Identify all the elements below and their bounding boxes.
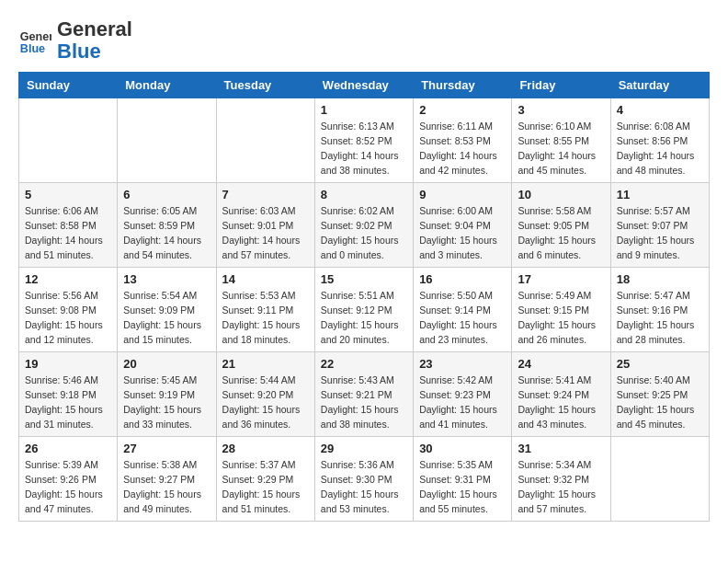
calendar-week-row: 5 Sunrise: 6:06 AM Sunset: 8:58 PM Dayli… (19, 183, 710, 268)
day-info: Sunrise: 6:06 AM Sunset: 8:58 PM Dayligh… (25, 204, 111, 262)
calendar-day-cell: 8 Sunrise: 6:02 AM Sunset: 9:02 PM Dayli… (314, 183, 413, 268)
day-info: Sunrise: 5:37 AM Sunset: 9:29 PM Dayligh… (222, 458, 309, 516)
day-info: Sunrise: 6:10 AM Sunset: 8:55 PM Dayligh… (518, 120, 604, 178)
logo: General Blue GeneralBlue (18, 18, 132, 63)
calendar-day-cell: 28 Sunrise: 5:37 AM Sunset: 9:29 PM Dayl… (216, 437, 314, 522)
calendar-table: SundayMondayTuesdayWednesdayThursdayFrid… (18, 72, 710, 522)
day-info: Sunrise: 5:58 AM Sunset: 9:05 PM Dayligh… (518, 204, 604, 262)
day-info: Sunrise: 5:46 AM Sunset: 9:18 PM Dayligh… (25, 373, 111, 431)
day-number: 27 (123, 442, 210, 455)
day-number: 3 (518, 103, 604, 117)
logo-text: GeneralBlue (57, 18, 132, 63)
day-info: Sunrise: 5:35 AM Sunset: 9:31 PM Dayligh… (419, 458, 506, 516)
page-header: General Blue GeneralBlue (18, 18, 710, 63)
calendar-header-row: SundayMondayTuesdayWednesdayThursdayFrid… (19, 73, 710, 98)
day-number: 17 (518, 272, 604, 286)
day-info: Sunrise: 5:54 AM Sunset: 9:09 PM Dayligh… (123, 289, 210, 347)
day-number: 25 (617, 357, 703, 371)
calendar-day-cell: 24 Sunrise: 5:41 AM Sunset: 9:24 PM Dayl… (512, 352, 610, 437)
calendar-day-cell: 19 Sunrise: 5:46 AM Sunset: 9:18 PM Dayl… (19, 352, 118, 437)
day-info: Sunrise: 5:42 AM Sunset: 9:23 PM Dayligh… (419, 373, 506, 431)
day-number: 11 (617, 188, 703, 201)
day-info: Sunrise: 6:08 AM Sunset: 8:56 PM Dayligh… (617, 120, 703, 178)
day-number: 15 (321, 272, 407, 286)
calendar-day-cell: 12 Sunrise: 5:56 AM Sunset: 9:08 PM Dayl… (19, 268, 118, 352)
day-number: 21 (222, 357, 309, 371)
calendar-day-cell: 16 Sunrise: 5:50 AM Sunset: 9:14 PM Dayl… (414, 268, 512, 352)
day-info: Sunrise: 5:51 AM Sunset: 9:12 PM Dayligh… (321, 289, 407, 347)
calendar-day-cell: 9 Sunrise: 6:00 AM Sunset: 9:04 PM Dayli… (414, 183, 512, 268)
calendar-week-row: 1 Sunrise: 6:13 AM Sunset: 8:52 PM Dayli… (19, 98, 710, 183)
day-number: 29 (321, 442, 407, 455)
calendar-day-cell: 6 Sunrise: 6:05 AM Sunset: 8:59 PM Dayli… (118, 183, 216, 268)
calendar-day-cell: 5 Sunrise: 6:06 AM Sunset: 8:58 PM Dayli… (19, 183, 118, 268)
day-info: Sunrise: 6:11 AM Sunset: 8:53 PM Dayligh… (419, 120, 506, 178)
day-number: 9 (419, 188, 506, 201)
calendar-day-cell: 1 Sunrise: 6:13 AM Sunset: 8:52 PM Dayli… (314, 98, 413, 183)
day-number: 18 (617, 272, 703, 286)
calendar-day-cell: 27 Sunrise: 5:38 AM Sunset: 9:27 PM Dayl… (118, 437, 216, 522)
calendar-day-cell: 15 Sunrise: 5:51 AM Sunset: 9:12 PM Dayl… (314, 268, 413, 352)
day-info: Sunrise: 5:34 AM Sunset: 9:32 PM Dayligh… (518, 458, 604, 516)
day-number: 22 (321, 357, 407, 371)
day-number: 1 (321, 103, 407, 117)
day-number: 30 (419, 442, 506, 455)
calendar-day-cell: 14 Sunrise: 5:53 AM Sunset: 9:11 PM Dayl… (216, 268, 314, 352)
weekday-header: Monday (118, 73, 216, 98)
day-info: Sunrise: 5:50 AM Sunset: 9:14 PM Dayligh… (419, 289, 506, 347)
calendar-day-cell: 11 Sunrise: 5:57 AM Sunset: 9:07 PM Dayl… (610, 183, 709, 268)
calendar-day-cell: 31 Sunrise: 5:34 AM Sunset: 9:32 PM Dayl… (512, 437, 610, 522)
day-number: 4 (617, 103, 703, 117)
weekday-header: Sunday (19, 73, 118, 98)
day-number: 23 (419, 357, 506, 371)
calendar-day-cell: 26 Sunrise: 5:39 AM Sunset: 9:26 PM Dayl… (19, 437, 118, 522)
day-info: Sunrise: 6:05 AM Sunset: 8:59 PM Dayligh… (123, 204, 210, 262)
calendar-day-cell: 20 Sunrise: 5:45 AM Sunset: 9:19 PM Dayl… (118, 352, 216, 437)
weekday-header: Wednesday (314, 73, 413, 98)
calendar-day-cell: 29 Sunrise: 5:36 AM Sunset: 9:30 PM Dayl… (314, 437, 413, 522)
day-number: 19 (25, 357, 111, 371)
calendar-day-cell: 3 Sunrise: 6:10 AM Sunset: 8:55 PM Dayli… (512, 98, 610, 183)
day-info: Sunrise: 5:49 AM Sunset: 9:15 PM Dayligh… (518, 289, 604, 347)
weekday-header: Tuesday (216, 73, 314, 98)
day-info: Sunrise: 5:47 AM Sunset: 9:16 PM Dayligh… (617, 289, 703, 347)
calendar-day-cell: 7 Sunrise: 6:03 AM Sunset: 9:01 PM Dayli… (216, 183, 314, 268)
day-info: Sunrise: 6:03 AM Sunset: 9:01 PM Dayligh… (222, 204, 309, 262)
day-info: Sunrise: 5:57 AM Sunset: 9:07 PM Dayligh… (617, 204, 703, 262)
calendar-day-cell: 2 Sunrise: 6:11 AM Sunset: 8:53 PM Dayli… (414, 98, 512, 183)
day-number: 10 (518, 188, 604, 201)
day-number: 6 (123, 188, 210, 201)
day-number: 12 (25, 272, 111, 286)
day-info: Sunrise: 6:00 AM Sunset: 9:04 PM Dayligh… (419, 204, 506, 262)
calendar-day-cell: 23 Sunrise: 5:42 AM Sunset: 9:23 PM Dayl… (414, 352, 512, 437)
calendar-day-cell: 13 Sunrise: 5:54 AM Sunset: 9:09 PM Dayl… (118, 268, 216, 352)
day-info: Sunrise: 5:53 AM Sunset: 9:11 PM Dayligh… (222, 289, 309, 347)
day-info: Sunrise: 6:13 AM Sunset: 8:52 PM Dayligh… (321, 120, 407, 178)
day-info: Sunrise: 5:41 AM Sunset: 9:24 PM Dayligh… (518, 373, 604, 431)
calendar-day-cell: 4 Sunrise: 6:08 AM Sunset: 8:56 PM Dayli… (610, 98, 709, 183)
day-number: 7 (222, 188, 309, 201)
day-info: Sunrise: 5:43 AM Sunset: 9:21 PM Dayligh… (321, 373, 407, 431)
calendar-week-row: 26 Sunrise: 5:39 AM Sunset: 9:26 PM Dayl… (19, 437, 710, 522)
day-info: Sunrise: 5:39 AM Sunset: 9:26 PM Dayligh… (25, 458, 111, 516)
weekday-header: Saturday (610, 73, 709, 98)
day-number: 26 (25, 442, 111, 455)
logo-icon: General Blue (18, 24, 51, 57)
calendar-day-cell: 21 Sunrise: 5:44 AM Sunset: 9:20 PM Dayl… (216, 352, 314, 437)
calendar-week-row: 19 Sunrise: 5:46 AM Sunset: 9:18 PM Dayl… (19, 352, 710, 437)
calendar-day-cell (19, 98, 118, 183)
calendar-day-cell (216, 98, 314, 183)
weekday-header: Thursday (414, 73, 512, 98)
calendar-day-cell (118, 98, 216, 183)
day-info: Sunrise: 5:56 AM Sunset: 9:08 PM Dayligh… (25, 289, 111, 347)
day-number: 14 (222, 272, 309, 286)
day-number: 2 (419, 103, 506, 117)
day-number: 20 (123, 357, 210, 371)
day-number: 16 (419, 272, 506, 286)
day-number: 5 (25, 188, 111, 201)
day-info: Sunrise: 5:45 AM Sunset: 9:19 PM Dayligh… (123, 373, 210, 431)
day-info: Sunrise: 5:40 AM Sunset: 9:25 PM Dayligh… (617, 373, 703, 431)
calendar-day-cell: 10 Sunrise: 5:58 AM Sunset: 9:05 PM Dayl… (512, 183, 610, 268)
day-number: 24 (518, 357, 604, 371)
day-number: 13 (123, 272, 210, 286)
